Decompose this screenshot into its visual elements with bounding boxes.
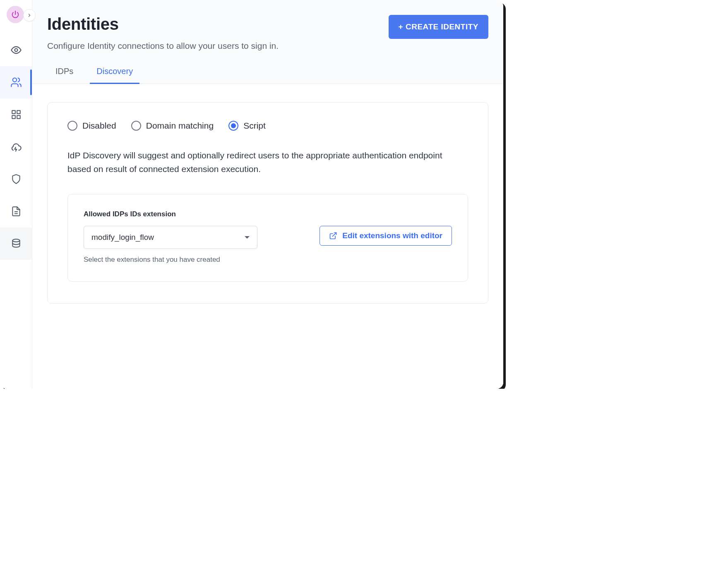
power-icon	[11, 10, 20, 19]
logo-wrap	[7, 6, 26, 25]
svg-rect-4	[12, 115, 15, 119]
create-identity-button[interactable]: + CREATE IDENTITY	[389, 15, 488, 39]
extension-select[interactable]: modify_login_flow	[84, 226, 257, 249]
sidebar-item-security[interactable]	[0, 163, 32, 195]
radio-circle-icon	[228, 121, 238, 131]
page-subtitle: Configure Identity connections to allow …	[47, 41, 279, 51]
header-text: Identities Configure Identity connection…	[47, 15, 279, 51]
radio-disabled[interactable]: Disabled	[67, 121, 116, 131]
database-icon	[11, 238, 22, 249]
expand-sidebar-button[interactable]	[23, 9, 36, 22]
edit-extensions-label: Edit extensions with editor	[342, 231, 442, 240]
svg-rect-2	[12, 110, 15, 114]
extension-select-value: modify_login_flow	[91, 233, 154, 242]
tab-idps[interactable]: IDPs	[52, 62, 77, 84]
radio-script[interactable]: Script	[228, 121, 266, 131]
extension-panel: Allowed IDPs IDs extension modify_login_…	[67, 194, 468, 282]
sidebar-item-events[interactable]	[0, 131, 32, 163]
discovery-card: Disabled Domain matching Script IdP Disc…	[47, 102, 488, 304]
sidebar-nav	[0, 34, 32, 260]
sidebar-item-identities[interactable]	[0, 66, 32, 98]
extension-field: Allowed IDPs IDs extension modify_login_…	[84, 210, 257, 264]
svg-rect-5	[17, 115, 20, 119]
shield-icon	[11, 174, 22, 184]
sidebar	[0, 0, 32, 389]
users-icon	[10, 77, 22, 88]
radio-circle-icon	[131, 121, 141, 131]
extension-field-help: Select the extensions that you have crea…	[84, 256, 257, 264]
page-title: Identities	[47, 15, 279, 33]
extension-field-label: Allowed IDPs IDs extension	[84, 210, 257, 218]
radio-domain-matching[interactable]: Domain matching	[131, 121, 214, 131]
sidebar-item-data[interactable]	[0, 227, 32, 260]
tab-discovery[interactable]: Discovery	[93, 62, 136, 84]
radio-label: Disabled	[82, 121, 116, 131]
file-text-icon	[11, 206, 22, 217]
radio-label: Script	[243, 121, 266, 131]
sidebar-item-apps[interactable]	[0, 98, 32, 131]
radio-circle-icon	[67, 121, 77, 131]
page-header: Identities Configure Identity connection…	[32, 0, 503, 51]
app-logo[interactable]	[7, 6, 24, 23]
svg-rect-3	[17, 110, 20, 114]
svg-point-8	[12, 239, 19, 242]
cloud-lightning-icon	[10, 141, 22, 153]
external-link-icon	[329, 232, 337, 240]
svg-point-1	[12, 78, 16, 82]
main-panel: Identities Configure Identity connection…	[32, 0, 503, 389]
sidebar-item-overview[interactable]	[0, 34, 32, 66]
app-frame: Identities Configure Identity connection…	[0, 0, 503, 389]
svg-line-9	[333, 233, 336, 237]
tabs: IDPs Discovery	[32, 62, 503, 84]
discovery-description: IdP Discovery will suggest and optionall…	[67, 149, 468, 176]
sidebar-item-docs[interactable]	[0, 195, 32, 227]
svg-point-0	[14, 49, 17, 52]
chevron-right-icon	[27, 13, 32, 18]
grid-icon	[11, 109, 22, 120]
eye-icon	[10, 44, 22, 56]
discovery-mode-radio-group: Disabled Domain matching Script	[67, 121, 468, 131]
content-area: Disabled Domain matching Script IdP Disc…	[32, 84, 503, 389]
edit-extensions-button[interactable]: Edit extensions with editor	[320, 226, 452, 246]
caret-down-icon	[245, 236, 250, 239]
radio-label: Domain matching	[146, 121, 214, 131]
